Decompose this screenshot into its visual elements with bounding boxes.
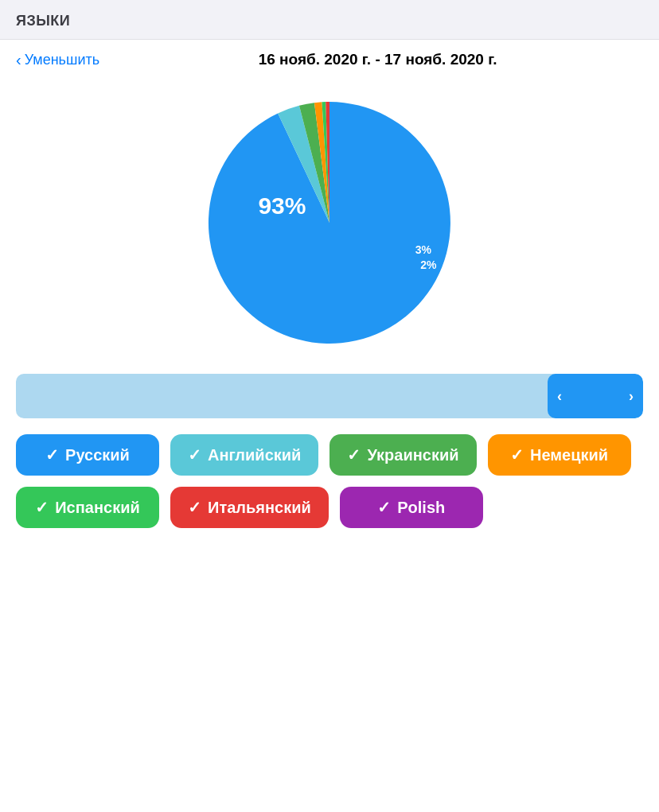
check-icon-italian: ✓: [188, 498, 201, 517]
lang-label-spanish: Испанский: [55, 499, 140, 517]
back-button[interactable]: ‹ Уменьшить: [16, 52, 99, 68]
chart-container: 93% 3% 2%: [0, 80, 659, 374]
check-icon-spanish: ✓: [35, 498, 49, 517]
page-title: ЯЗЫКИ: [16, 13, 70, 29]
filter-chevron-left-icon: ‹: [557, 388, 562, 405]
pie-svg: [202, 95, 457, 350]
lang-label-english: Английский: [208, 446, 301, 464]
lang-label-russian: Русский: [65, 446, 130, 464]
pie-chart: 93% 3% 2%: [202, 95, 457, 350]
check-icon-ukrainian: ✓: [347, 445, 361, 464]
lang-label-ukrainian: Украинский: [367, 446, 458, 464]
filter-chevron-right-icon: ›: [629, 388, 634, 405]
language-buttons-grid: ✓ Русский ✓ Английский ✓ Украинский ✓ Не…: [0, 434, 659, 528]
back-chevron-icon: ‹: [16, 52, 21, 68]
check-icon-russian: ✓: [45, 445, 59, 464]
check-icon-german: ✓: [510, 445, 524, 464]
pie-label-ukrainian: 2%: [420, 258, 436, 271]
check-icon-english: ✓: [188, 445, 201, 464]
lang-button-english[interactable]: ✓ Английский: [170, 434, 318, 476]
nav-row: ‹ Уменьшить 16 нояб. 2020 г. - 17 нояб. …: [0, 40, 659, 80]
pie-label-english: 3%: [415, 243, 431, 256]
check-icon-polish: ✓: [377, 498, 391, 517]
pie-label-main: 93%: [258, 192, 306, 220]
date-range: 16 нояб. 2020 г. - 17 нояб. 2020 г.: [112, 51, 643, 68]
lang-button-german[interactable]: ✓ Немецкий: [488, 434, 631, 476]
lang-button-spanish[interactable]: ✓ Испанский: [16, 487, 159, 528]
back-label: Уменьшить: [25, 52, 99, 68]
lang-button-russian[interactable]: ✓ Русский: [16, 434, 159, 476]
lang-label-italian: Итальянский: [208, 499, 311, 517]
lang-button-ukrainian[interactable]: ✓ Украинский: [330, 434, 476, 476]
lang-button-italian[interactable]: ✓ Итальянский: [170, 487, 329, 528]
filter-bar-container: ‹ ›: [0, 374, 659, 418]
lang-button-polish[interactable]: ✓ Polish: [340, 487, 483, 528]
header: ЯЗЫКИ: [0, 0, 659, 40]
filter-bar-track[interactable]: ‹ ›: [16, 374, 643, 418]
lang-label-polish: Polish: [397, 499, 445, 517]
lang-label-german: Немецкий: [530, 446, 608, 464]
filter-bar-thumb[interactable]: ‹ ›: [548, 374, 643, 418]
